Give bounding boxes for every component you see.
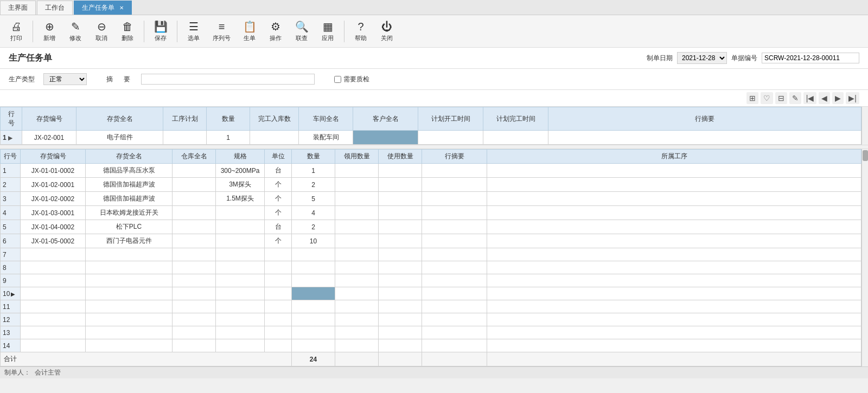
lower-process[interactable]	[487, 220, 861, 234]
lower-use-qty[interactable]	[379, 261, 422, 274]
lower-req-qty[interactable]	[335, 326, 379, 339]
tab-prod-close[interactable]: ✕	[119, 5, 124, 11]
lower-row-num[interactable]: 14	[1, 339, 21, 352]
prod-type-select[interactable]: 正常	[43, 73, 87, 85]
lower-spec[interactable]	[216, 248, 265, 261]
lower-qty[interactable]: 4	[292, 206, 335, 220]
lower-unit[interactable]: 个	[265, 206, 292, 220]
lower-warehouse[interactable]	[173, 313, 216, 326]
save-button[interactable]: 💾 保存	[149, 17, 173, 45]
lower-unit[interactable]: 台	[265, 164, 292, 178]
lower-note[interactable]	[422, 248, 487, 261]
lower-qty[interactable]	[292, 261, 335, 274]
lower-spec[interactable]: 300~200MPa	[216, 164, 265, 178]
lower-inv-name[interactable]: 日本欧姆龙接近开关	[86, 206, 173, 220]
cancel-button[interactable]: ⊖ 取消	[90, 17, 113, 45]
lower-row-num[interactable]: 10▶	[1, 287, 21, 300]
lower-inv-name[interactable]: 西门子电器元件	[86, 234, 173, 248]
lower-inv-code[interactable]	[21, 300, 86, 313]
lower-warehouse[interactable]	[173, 220, 216, 234]
lower-req-qty[interactable]	[335, 220, 379, 234]
lower-note[interactable]	[422, 164, 487, 178]
lower-spec[interactable]	[216, 206, 265, 220]
lower-unit[interactable]: 个	[265, 178, 292, 192]
lower-process[interactable]	[487, 164, 861, 178]
lower-scrollbar[interactable]	[861, 149, 868, 366]
quality-check-checkbox[interactable]	[334, 76, 341, 83]
lower-row-num[interactable]: 4	[1, 206, 21, 220]
upper-plan-start[interactable]	[418, 131, 483, 145]
upper-inventory-code[interactable]: JX-02-001	[22, 131, 76, 145]
lower-spec[interactable]	[216, 313, 265, 326]
lower-inv-name[interactable]	[86, 287, 173, 300]
lower-use-qty[interactable]	[379, 192, 422, 206]
bom-button[interactable]: 📋 生单	[238, 17, 261, 45]
lower-unit[interactable]	[265, 313, 292, 326]
lower-warehouse[interactable]	[173, 234, 216, 248]
lower-inv-code[interactable]	[21, 339, 86, 352]
lower-spec[interactable]	[216, 326, 265, 339]
lower-row-num[interactable]: 8	[1, 261, 21, 274]
lower-use-qty[interactable]	[379, 234, 422, 248]
lower-warehouse[interactable]	[173, 339, 216, 352]
upper-qty[interactable]: 1	[207, 131, 250, 145]
lower-spec[interactable]	[216, 300, 265, 313]
lower-warehouse[interactable]	[173, 287, 216, 300]
lower-note[interactable]	[422, 234, 487, 248]
lower-inv-code[interactable]	[21, 261, 86, 274]
lower-inv-name[interactable]	[86, 274, 173, 287]
upper-finished-qty[interactable]	[250, 131, 299, 145]
lower-req-qty[interactable]	[335, 274, 379, 287]
lower-process[interactable]	[487, 300, 861, 313]
lower-unit[interactable]	[265, 287, 292, 300]
lower-req-qty[interactable]	[335, 234, 379, 248]
lower-row-num[interactable]: 1	[1, 164, 21, 178]
lower-note[interactable]	[422, 178, 487, 192]
lower-inv-code[interactable]: JX-01-05-0002	[21, 234, 86, 248]
add-button[interactable]: ⊕ 新增	[37, 17, 61, 45]
lower-req-qty[interactable]	[335, 287, 379, 300]
lower-row-num[interactable]: 5	[1, 220, 21, 234]
lower-row-num[interactable]: 7	[1, 248, 21, 261]
lower-process[interactable]	[487, 206, 861, 220]
lower-qty[interactable]	[292, 326, 335, 339]
lower-process[interactable]	[487, 192, 861, 206]
upper-customer[interactable]	[353, 131, 418, 145]
lower-row-num[interactable]: 6	[1, 234, 21, 248]
scrollbar-thumb[interactable]	[863, 150, 868, 161]
lower-row-num[interactable]: 11	[1, 300, 21, 313]
lower-inv-code[interactable]: JX-01-02-0002	[21, 192, 86, 206]
lower-spec[interactable]: 3M探头	[216, 178, 265, 192]
delete-button[interactable]: 🗑 删除	[116, 18, 139, 45]
lower-inv-name[interactable]	[86, 313, 173, 326]
close-button[interactable]: ⏻ 关闭	[375, 18, 399, 45]
lower-note[interactable]	[422, 326, 487, 339]
upper-workshop[interactable]: 装配车间	[299, 131, 353, 145]
lower-note[interactable]	[422, 274, 487, 287]
lower-process[interactable]	[487, 261, 861, 274]
lower-unit[interactable]	[265, 274, 292, 287]
lower-warehouse[interactable]	[173, 261, 216, 274]
edit-button[interactable]: ✎ 修改	[63, 17, 87, 45]
grid-view-button[interactable]: ⊞	[746, 92, 758, 104]
lower-note[interactable]	[422, 206, 487, 220]
tab-home[interactable]: 主界面	[0, 1, 36, 15]
lower-inv-code[interactable]: JX-01-02-0001	[21, 178, 86, 192]
lower-unit[interactable]: 个	[265, 192, 292, 206]
lower-use-qty[interactable]	[379, 178, 422, 192]
tab-prod[interactable]: 生产任务单 ✕	[74, 1, 132, 15]
lower-spec[interactable]: 1.5M探头	[216, 192, 265, 206]
lower-note[interactable]	[422, 300, 487, 313]
lower-use-qty[interactable]	[379, 248, 422, 261]
lower-row-num[interactable]: 9	[1, 274, 21, 287]
lower-qty[interactable]	[292, 339, 335, 352]
lower-unit[interactable]: 个	[265, 234, 292, 248]
date-select[interactable]: 2021-12-28	[677, 52, 727, 64]
lower-inv-name[interactable]	[86, 261, 173, 274]
favorite-button[interactable]: ♡	[761, 92, 773, 104]
lower-qty[interactable]	[292, 287, 335, 300]
lower-spec[interactable]	[216, 234, 265, 248]
lower-note[interactable]	[422, 313, 487, 326]
lower-qty[interactable]	[292, 274, 335, 287]
last-button[interactable]: ▶|	[846, 92, 859, 104]
